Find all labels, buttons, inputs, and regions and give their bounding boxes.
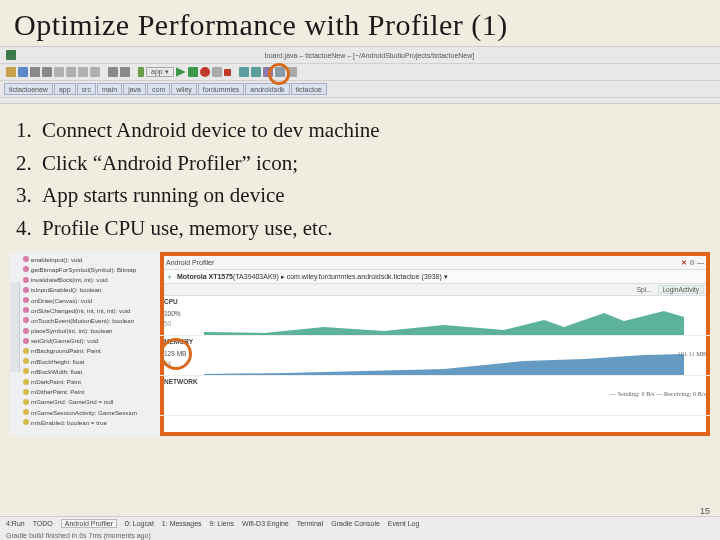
close-icon[interactable]: ✕	[681, 259, 687, 266]
structure-item[interactable]: placeSymbol(int, int): boolean	[21, 326, 160, 336]
open-icon[interactable]	[6, 67, 16, 77]
plus-icon[interactable]: ＋	[166, 272, 173, 282]
undo-icon[interactable]	[30, 67, 40, 77]
structure-item-label: placeSymbol(int, int): boolean	[31, 327, 113, 334]
run-icon[interactable]	[176, 67, 186, 77]
ide-footer-tabs: 4:RunTODOAndroid Profiler0: Logcat1: Mes…	[0, 517, 720, 529]
minimize-icon[interactable]: —	[697, 259, 704, 266]
structure-item-label: mBackgroundPaint: Paint	[31, 347, 101, 354]
profiler-screenshot: enableInput(): voidgetBitmapForSymbol(Sy…	[10, 252, 710, 436]
ide-toolbar-icons[interactable]: app ▾	[0, 64, 720, 81]
device-name: Motorola XT1575	[177, 273, 233, 280]
save-icon[interactable]	[18, 67, 28, 77]
method-icon	[23, 338, 29, 344]
footer-tab[interactable]: Event Log	[388, 520, 420, 527]
avd-icon[interactable]	[239, 67, 249, 77]
ide-title-row: board.java – tictactoeNew – [~/AndroidSt…	[0, 47, 720, 64]
structure-item[interactable]: mDitherPaint: Paint	[21, 387, 160, 397]
ide-breadcrumb-row: tictactoenew app src main java com wiley…	[0, 81, 720, 98]
structure-item[interactable]: mBlockHeight: float	[21, 356, 160, 366]
breadcrumb-item[interactable]: com	[147, 83, 170, 95]
profiler-activity-label: LoginActivity	[658, 285, 705, 294]
structure-item-label: mIsEnabled: boolean = true	[31, 419, 107, 426]
profiler-title: Android Profiler	[166, 259, 214, 266]
structure-item[interactable]: onSizeChanged(int, int, int, int): void	[21, 305, 160, 315]
sdk-icon[interactable]	[251, 67, 261, 77]
structure-item[interactable]: mBlockWidth: float	[21, 366, 160, 376]
network-chart[interactable]: — Sending: 0 B/s — Receiving: 0 B/s	[204, 376, 710, 416]
footer-tab[interactable]: 4:Run	[6, 520, 25, 527]
breadcrumb-item[interactable]: java	[123, 83, 146, 95]
structure-item[interactable]: enableInput(): void	[21, 254, 160, 264]
cpu-chart[interactable]	[204, 296, 710, 336]
structure-side-tab[interactable]	[10, 282, 20, 372]
step-number: 1.	[16, 114, 42, 147]
forward-icon[interactable]	[120, 67, 130, 77]
run-config-dropdown[interactable]: app ▾	[146, 67, 174, 77]
method-icon	[23, 277, 29, 283]
structure-item-label: mGameGrid: GameGrid = null	[31, 398, 113, 405]
structure-item-label: onDraw(Canvas): void	[31, 297, 92, 304]
structure-item[interactable]: mGameGrid: GameGrid = null	[21, 397, 160, 407]
method-icon	[23, 317, 29, 323]
structure-item-label: invalidateBlock(int, int): void	[31, 276, 108, 283]
footer-tab[interactable]: 1: Messages	[162, 520, 202, 527]
steps-list: 1.Connect Android device to dev machine …	[0, 104, 720, 252]
breadcrumb-item[interactable]: main	[97, 83, 122, 95]
structure-item-label: setGrid(GameGrid): void	[31, 337, 98, 344]
cpu-value-top: 100%	[164, 310, 181, 317]
structure-item-label: enableInput(): void	[31, 256, 82, 263]
structure-item-label: mBlockHeight: float	[31, 358, 84, 365]
breadcrumb-item[interactable]: wiley	[171, 83, 197, 95]
breadcrumb-item[interactable]: tictactoe	[291, 83, 327, 95]
structure-item[interactable]: mBackgroundPaint: Paint	[21, 346, 160, 356]
profile-icon[interactable]	[212, 67, 222, 77]
breadcrumb-item[interactable]: app	[54, 83, 76, 95]
copy-icon[interactable]	[66, 67, 76, 77]
footer-tab[interactable]: 9: Liens	[210, 520, 235, 527]
structure-item-label: mDarkPaint: Paint	[31, 378, 81, 385]
cut-icon[interactable]	[54, 67, 64, 77]
device-process: (TA39403AK9) ▸ com.wiley.fordummies.andr…	[233, 273, 448, 281]
memory-chart[interactable]: 101.11 MB	[204, 336, 710, 376]
debug-icon[interactable]	[188, 67, 198, 77]
footer-tab[interactable]: Android Profiler	[61, 519, 117, 528]
structure-item[interactable]: setGrid(GameGrid): void	[21, 336, 160, 346]
structure-item-label: onTouchEvent(MotionEvent): boolean	[31, 317, 134, 324]
stop-icon[interactable]	[200, 67, 210, 77]
structure-item[interactable]: onDraw(Canvas): void	[21, 295, 160, 305]
structure-item-label: isInputEnabled(): boolean	[31, 286, 102, 293]
footer-tab[interactable]: TODO	[33, 520, 53, 527]
hammer-icon[interactable]	[138, 67, 144, 77]
structure-item[interactable]: mDarkPaint: Paint	[21, 376, 160, 386]
structure-item-label: getBitmapForSymbol(Symbol): Bitmap	[31, 266, 136, 273]
structure-item[interactable]: invalidateBlock(int, int): void	[21, 275, 160, 285]
find-icon[interactable]	[90, 67, 100, 77]
ide-footer: 4:RunTODOAndroid Profiler0: Logcat1: Mes…	[0, 516, 720, 540]
back-icon[interactable]	[108, 67, 118, 77]
footer-tab[interactable]: Gradle Console	[331, 520, 380, 527]
structure-item-label: onSizeChanged(int, int, int, int): void	[31, 307, 130, 314]
structure-item-label: mDitherPaint: Paint	[31, 388, 84, 395]
structure-item-label: mBlockWidth: float	[31, 368, 82, 375]
footer-tab[interactable]: 0: Logcat	[125, 520, 154, 527]
structure-item[interactable]: getBitmapForSymbol(Symbol): Bitmap	[21, 264, 160, 274]
footer-tab[interactable]: Wifi-D3 Engine	[242, 520, 289, 527]
paste-icon[interactable]	[78, 67, 88, 77]
breadcrumb-item[interactable]: fordummies	[198, 83, 245, 95]
footer-tab[interactable]: Terminal	[297, 520, 323, 527]
breadcrumb-item[interactable]: src	[77, 83, 96, 95]
structure-item[interactable]: mIsEnabled: boolean = true	[21, 417, 160, 427]
highlight-circle-toolbar	[268, 63, 290, 85]
structure-item[interactable]: isInputEnabled(): boolean	[21, 285, 160, 295]
redo-icon[interactable]	[42, 67, 52, 77]
gear-icon[interactable]: ⚙	[689, 259, 695, 266]
structure-item[interactable]: onTouchEvent(MotionEvent): boolean	[21, 315, 160, 325]
record-icon[interactable]	[224, 69, 231, 76]
profiler-device-row[interactable]: ＋ Motorola XT1575 (TA39403AK9) ▸ com.wil…	[160, 270, 710, 284]
structure-item[interactable]: mGameSessionActivity: GameSession	[21, 407, 160, 417]
breadcrumb-item[interactable]: tictactoenew	[4, 83, 53, 95]
breadcrumb-item[interactable]: androidsdk	[245, 83, 289, 95]
cpu-value-mid: 50	[164, 320, 171, 327]
ide-window-title: board.java – tictactoeNew – [~/AndroidSt…	[265, 52, 475, 59]
